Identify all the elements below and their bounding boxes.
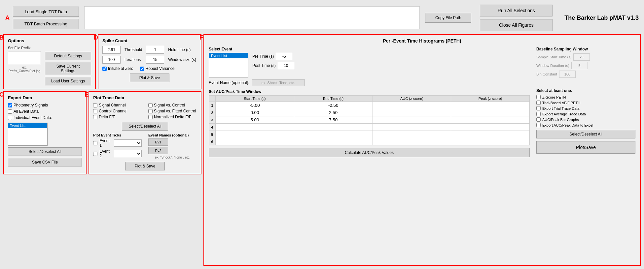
hold-time-input[interactable] <box>146 46 164 54</box>
row6-auc-input[interactable] <box>375 139 449 144</box>
row2-auc[interactable] <box>373 109 451 116</box>
load-user-settings-button[interactable]: Load User Settings <box>45 77 91 85</box>
pre-time-input[interactable] <box>276 53 292 60</box>
row3-end-input[interactable] <box>296 117 371 122</box>
photometry-signals-checkbox[interactable] <box>8 103 12 107</box>
row5-start-input[interactable] <box>218 132 292 137</box>
row1-auc-input[interactable] <box>375 103 449 108</box>
row2-start-input[interactable] <box>218 110 292 115</box>
row1-auc[interactable] <box>373 102 451 109</box>
event2-checkbox[interactable] <box>93 152 97 156</box>
export-select-deselect-button[interactable]: Select/Deselect All <box>8 147 82 156</box>
signal-vs-fitted-checkbox[interactable] <box>148 109 153 113</box>
row5-end-input[interactable] <box>296 132 371 137</box>
export-trial-checkbox[interactable] <box>536 106 541 110</box>
row5-start[interactable] <box>216 131 294 138</box>
row6-start[interactable] <box>216 138 294 145</box>
zscore-peth-checkbox[interactable] <box>536 95 541 99</box>
sample-start-input[interactable] <box>573 53 590 61</box>
signal-channel-checkbox[interactable] <box>93 103 97 107</box>
event2-select[interactable] <box>114 150 142 157</box>
row3-start[interactable] <box>216 116 294 124</box>
row2-start[interactable] <box>216 109 294 116</box>
normalized-delta-checkbox[interactable] <box>148 115 153 119</box>
row2-peak[interactable] <box>451 109 530 116</box>
ev2-name-input[interactable] <box>148 147 168 154</box>
row6-auc[interactable] <box>373 138 451 145</box>
signal-vs-control-checkbox[interactable] <box>148 103 153 107</box>
row4-start-input[interactable] <box>218 125 292 130</box>
export-average-checkbox[interactable] <box>536 112 541 116</box>
save-current-settings-button[interactable]: Save Current Settings <box>45 62 91 75</box>
row2-end-input[interactable] <box>296 110 371 115</box>
export-event-list-box[interactable]: Event List <box>8 123 48 146</box>
default-settings-button[interactable]: Default Settings <box>45 52 91 60</box>
close-all-figures-button[interactable]: Close All Figures <box>480 19 553 31</box>
row1-end[interactable] <box>294 102 373 109</box>
post-time-input[interactable] <box>278 62 294 69</box>
row3-auc[interactable] <box>373 116 451 124</box>
row1-start-input[interactable] <box>218 103 292 108</box>
row3-end[interactable] <box>294 116 373 124</box>
row5-peak[interactable] <box>451 131 530 138</box>
row1-peak[interactable] <box>451 102 530 109</box>
run-all-selections-button[interactable]: Run All Selections <box>480 5 553 16</box>
all-event-data-checkbox[interactable] <box>8 109 12 114</box>
save-csv-button[interactable]: Save CSV File <box>8 158 82 166</box>
event1-checkbox[interactable] <box>93 141 97 145</box>
tdt-batch-processing-button[interactable]: TDT Batch Processing <box>13 19 79 29</box>
individual-event-checkbox[interactable] <box>8 116 12 120</box>
peth-plot-save-button[interactable]: Plot/Save <box>536 141 635 154</box>
row3-start-input[interactable] <box>218 117 292 122</box>
row6-peak-input[interactable] <box>453 139 527 144</box>
row2-peak-input[interactable] <box>453 110 527 115</box>
row4-peak-input[interactable] <box>453 125 527 130</box>
calculate-auc-peak-button[interactable]: Calculate AUC/Peak Values <box>209 148 530 157</box>
row2-end[interactable] <box>294 109 373 116</box>
row6-peak[interactable] <box>451 138 530 145</box>
control-channel-checkbox[interactable] <box>93 109 97 113</box>
peth-select-deselect-button[interactable]: Select/Deselect All <box>536 130 635 138</box>
row5-auc[interactable] <box>373 131 451 138</box>
row4-peak[interactable] <box>451 124 530 131</box>
row1-peak-input[interactable] <box>453 103 527 108</box>
ev1-name-input[interactable] <box>148 138 168 146</box>
bin-constant-input[interactable] <box>559 71 576 78</box>
row5-peak-input[interactable] <box>453 132 527 137</box>
row4-end-input[interactable] <box>296 125 371 130</box>
row4-auc-input[interactable] <box>375 125 449 130</box>
export-auc-excel-checkbox[interactable] <box>536 123 541 127</box>
row4-start[interactable] <box>216 124 294 131</box>
threshold-input[interactable] <box>102 46 121 54</box>
peth-event-list-box[interactable]: Event List <box>209 53 248 77</box>
plot-trace-plot-save-button[interactable]: Plot & Save <box>125 162 165 170</box>
spike-plot-save-button[interactable]: Plot & Save <box>130 74 169 82</box>
iterations-input[interactable] <box>102 56 121 64</box>
row6-end[interactable] <box>294 138 373 145</box>
window-size-input[interactable] <box>146 56 164 64</box>
row4-auc[interactable] <box>373 124 451 131</box>
delta-ff-checkbox[interactable] <box>93 115 97 119</box>
row3-peak[interactable] <box>451 116 530 124</box>
initiate-at-zero-checkbox[interactable] <box>102 67 107 71</box>
window-duration-label: Window Duration (s) <box>536 64 569 68</box>
event1-select[interactable] <box>114 139 142 147</box>
plot-trace-select-deselect-button[interactable]: Select/Deselect All <box>122 122 168 131</box>
row2-auc-input[interactable] <box>375 110 449 115</box>
row3-peak-input[interactable] <box>453 117 527 122</box>
load-single-tdt-button[interactable]: Load Single TDT Data <box>13 7 79 17</box>
row5-end[interactable] <box>294 131 373 138</box>
row6-start-input[interactable] <box>218 139 292 144</box>
trial-based-checkbox[interactable] <box>536 101 541 105</box>
row6-end-input[interactable] <box>296 139 371 144</box>
row1-end-input[interactable] <box>296 103 371 108</box>
auc-peak-bar-checkbox[interactable] <box>536 117 541 122</box>
row4-end[interactable] <box>294 124 373 131</box>
robust-variance-checkbox[interactable] <box>140 67 144 71</box>
row5-auc-input[interactable] <box>375 132 449 137</box>
window-duration-input[interactable] <box>571 62 588 69</box>
row3-auc-input[interactable] <box>375 117 449 122</box>
file-prefix-input[interactable] <box>8 51 41 64</box>
copy-file-path-button[interactable]: Copy File Path <box>425 13 471 23</box>
row1-start[interactable] <box>216 102 294 109</box>
